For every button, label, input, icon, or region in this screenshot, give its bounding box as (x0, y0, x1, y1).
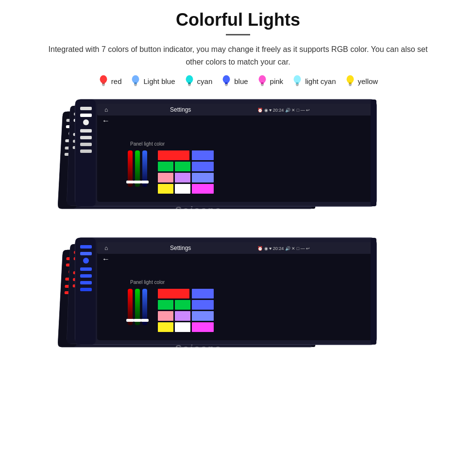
svg-text:Panel light color: Panel light color (130, 141, 165, 147)
svg-rect-116 (158, 162, 173, 171)
svg-rect-212 (158, 289, 189, 298)
bulb-icon-yellow (345, 75, 356, 87)
color-indicators: red Light blue cyan (98, 75, 378, 87)
svg-rect-27 (349, 85, 351, 86)
svg-rect-217 (158, 311, 173, 321)
svg-rect-214 (158, 300, 173, 310)
svg-rect-21 (296, 83, 299, 84)
title-divider (226, 34, 250, 35)
svg-rect-99 (80, 143, 92, 146)
svg-rect-115 (192, 150, 214, 160)
svg-rect-120 (175, 173, 190, 182)
svg-rect-124 (192, 184, 214, 194)
svg-rect-192 (80, 245, 92, 249)
svg-rect-209 (126, 319, 134, 322)
svg-point-16 (258, 75, 266, 83)
svg-point-4 (132, 75, 139, 83)
top-units-container: Settings 20:24 ← Panel light color (19, 97, 457, 235)
watermark: Seicane (175, 205, 222, 215)
svg-rect-6 (134, 84, 137, 85)
page-title: Colorful Lights (176, 10, 300, 30)
svg-rect-223 (371, 238, 376, 345)
svg-rect-112 (134, 181, 141, 183)
color-item-lightblue: Light blue (130, 75, 175, 87)
bottom-units-container: Settings 20:24 ← Panel light color (19, 235, 457, 374)
svg-rect-113 (141, 181, 149, 183)
bulb-icon-lightblue (130, 75, 141, 87)
svg-point-194 (83, 258, 89, 264)
svg-rect-193 (80, 252, 92, 255)
watermark-bottom: Seicane (175, 343, 222, 354)
svg-point-24 (346, 75, 354, 83)
svg-rect-1 (102, 83, 105, 84)
svg-text:Settings: Settings (170, 106, 191, 113)
bulb-icon-cyan (184, 75, 195, 87)
svg-rect-7 (135, 85, 137, 86)
color-item-blue: blue (221, 75, 248, 87)
svg-point-96 (83, 119, 89, 125)
svg-rect-3 (102, 85, 104, 86)
svg-rect-219 (192, 311, 214, 321)
description: Integrated with 7 colors of button indic… (39, 43, 437, 68)
color-item-yellow: yellow (345, 75, 378, 87)
svg-rect-222 (192, 322, 214, 332)
color-label-pink: pink (270, 77, 284, 85)
svg-rect-119 (158, 173, 173, 182)
bulb-icon-pink (257, 75, 268, 87)
svg-rect-17 (261, 83, 264, 84)
color-label-cyan: cyan (197, 77, 213, 85)
svg-rect-220 (158, 322, 173, 332)
svg-point-8 (186, 75, 193, 83)
color-label-red: red (111, 77, 122, 85)
color-item-lightcyan: light cyan (292, 75, 336, 87)
svg-rect-14 (225, 84, 228, 85)
svg-rect-19 (261, 85, 263, 86)
svg-rect-10 (187, 84, 191, 85)
svg-point-12 (223, 75, 230, 83)
svg-rect-210 (134, 319, 141, 322)
svg-rect-97 (80, 129, 92, 133)
svg-rect-118 (192, 162, 214, 171)
svg-rect-221 (175, 322, 190, 332)
color-item-red: red (98, 75, 122, 87)
svg-rect-100 (80, 149, 92, 153)
svg-text:⏰ ◉ ♥ 20:24 🔊 ✕ □ —  ↩: ⏰ ◉ ♥ 20:24 🔊 ✕ □ — ↩ (257, 107, 310, 113)
svg-rect-22 (296, 84, 299, 85)
bulb-icon-blue (221, 75, 232, 87)
svg-rect-102 (97, 104, 374, 116)
svg-rect-218 (175, 311, 190, 321)
bottom-units-svg: Settings 20:24 ← Panel light color (19, 235, 457, 374)
bulb-icon-red (98, 75, 109, 87)
svg-rect-216 (192, 300, 214, 310)
svg-rect-11 (188, 85, 190, 86)
svg-rect-211 (141, 319, 149, 322)
svg-rect-122 (158, 184, 173, 194)
svg-text:Panel light color: Panel light color (130, 280, 165, 285)
svg-text:⏰ ◉ ♥ 20:24 🔊 ✕ □ —  ↩: ⏰ ◉ ♥ 20:24 🔊 ✕ □ — ↩ (257, 246, 310, 251)
svg-rect-2 (102, 84, 105, 85)
svg-rect-117 (175, 162, 190, 171)
svg-text:←: ← (102, 116, 110, 125)
svg-rect-197 (80, 281, 92, 284)
bulb-icon-lightcyan (292, 75, 303, 87)
top-units-svg: Settings 20:24 ← Panel light color (19, 97, 457, 235)
svg-rect-15 (225, 85, 228, 86)
svg-rect-13 (225, 83, 228, 84)
page-wrapper: Colorful Lights Integrated with 7 colors… (0, 0, 476, 464)
color-label-lightcyan: light cyan (305, 77, 336, 85)
svg-rect-18 (260, 84, 264, 85)
svg-point-20 (294, 75, 301, 83)
color-item-cyan: cyan (184, 75, 213, 87)
svg-rect-213 (192, 289, 214, 298)
color-item-pink: pink (257, 75, 284, 87)
svg-rect-121 (192, 173, 214, 182)
svg-rect-125 (371, 99, 376, 206)
svg-rect-25 (349, 83, 352, 84)
svg-rect-111 (126, 181, 134, 183)
color-label-yellow: yellow (358, 77, 378, 85)
color-label-lightblue: Light blue (143, 77, 175, 85)
svg-rect-5 (135, 83, 137, 84)
svg-text:Settings: Settings (170, 245, 191, 251)
svg-rect-196 (80, 274, 92, 278)
svg-point-0 (100, 75, 107, 83)
